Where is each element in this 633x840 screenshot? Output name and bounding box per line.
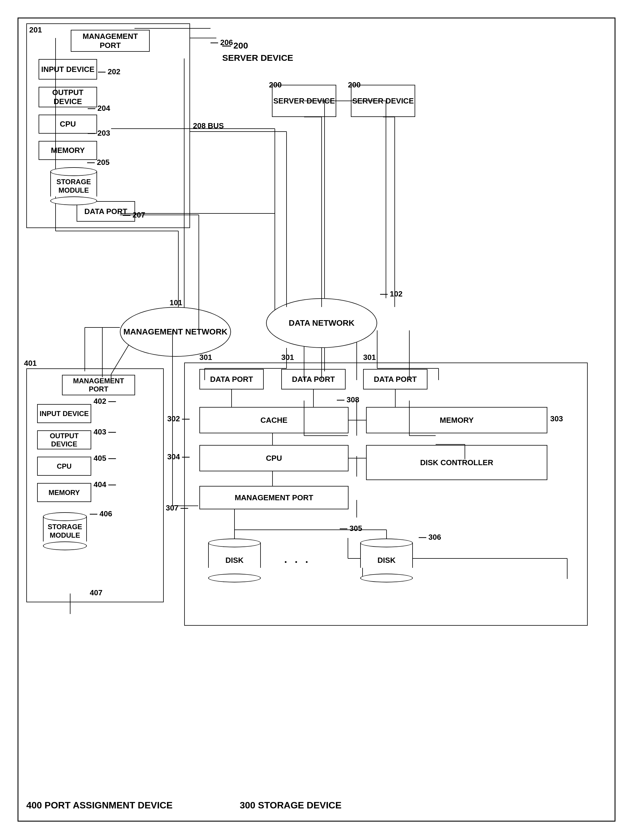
- storage-bottom-label-text: 300 STORAGE DEVICE: [240, 800, 341, 810]
- ref-301-1: 301: [199, 353, 212, 362]
- ref-200-small-1: 200: [269, 81, 281, 90]
- cylinder-top-disk2: [360, 538, 413, 547]
- ref-401: 401: [24, 359, 36, 368]
- server-device-200-text: SERVER DEVICE: [222, 53, 293, 63]
- diagram-container: 201 MANAGEMENT PORT INPUT DEVICE OUTPUT …: [12, 12, 621, 828]
- ref-201: 201: [29, 25, 42, 35]
- data-network-oval: DATA NETWORK: [266, 298, 377, 348]
- cylinder-bottom-pad: [43, 542, 87, 550]
- ref-306: — 306: [419, 533, 441, 542]
- pad-storage-label: STORAGE MODULE: [48, 523, 82, 540]
- data-network-label: DATA NETWORK: [289, 318, 355, 328]
- pad-output-device: OUTPUT DEVICE: [37, 430, 91, 449]
- cache-box: CACHE: [199, 407, 349, 433]
- input-device-box: INPUT DEVICE: [39, 59, 97, 79]
- port-assign-bottom-label-text: 400 PORT ASSIGNMENT DEVICE: [26, 800, 172, 810]
- ref-403: 403 —: [93, 428, 116, 437]
- ref-204: — 204: [88, 104, 110, 113]
- pad-memory: MEMORY: [37, 483, 91, 502]
- ref-407: 407: [90, 588, 102, 597]
- management-network-label: MANAGEMENT NETWORK: [123, 327, 227, 336]
- server-device-small-1: SERVER DEVICE: [272, 85, 336, 117]
- ref-305: — 305: [340, 524, 362, 533]
- cylinder-bottom-disk2: [360, 574, 413, 583]
- server-device-small-1-label: SERVER DEVICE: [273, 96, 335, 106]
- ref-404: 404 —: [93, 480, 116, 489]
- management-port-box: MANAGEMENT PORT: [71, 30, 150, 52]
- bus-label: 208 BUS: [193, 122, 224, 130]
- pad-output-device-label: OUTPUT DEVICE: [38, 432, 91, 448]
- ref-202: — 202: [98, 67, 120, 76]
- ref-405: 405 —: [93, 454, 116, 463]
- storage-management-port-label: MANAGEMENT PORT: [235, 493, 313, 502]
- storage-memory-box: MEMORY: [366, 407, 547, 433]
- output-device-label: OUTPUT DEVICE: [39, 88, 96, 106]
- port-assign-device: 401 MANAGEMENT PORT INPUT DEVICE 402 — O…: [26, 368, 164, 602]
- ref-207: — 207: [123, 210, 145, 219]
- cylinder-top-pad: [43, 512, 87, 521]
- management-port-label: MANAGEMENT PORT: [71, 32, 149, 50]
- memory-box-main: MEMORY: [39, 141, 97, 160]
- server-device-small-2-label: SERVER DEVICE: [352, 96, 414, 106]
- storage-cpu-label: CPU: [266, 454, 282, 463]
- ref-203: — 203: [88, 129, 110, 138]
- pad-input-device: INPUT DEVICE: [37, 404, 91, 423]
- storage-data-port-1: DATA PORT: [199, 369, 264, 390]
- pad-management-port: MANAGEMENT PORT: [62, 375, 135, 395]
- cylinder-top-main: [50, 167, 97, 176]
- ref-200-main: — 200: [222, 41, 248, 50]
- storage-data-port-1-label: DATA PORT: [210, 375, 253, 384]
- storage-cpu-box: CPU: [199, 445, 349, 471]
- dots-label: · · ·: [284, 556, 311, 568]
- disk-2-label: DISK: [377, 556, 396, 565]
- server-device-200-label: — 200 SERVER DEVICE: [222, 39, 293, 64]
- pad-input-device-label: INPUT DEVICE: [39, 410, 88, 418]
- storage-device: DATA PORT DATA PORT DATA PORT 301 301 30…: [184, 363, 588, 626]
- server-device-main: 201 MANAGEMENT PORT INPUT DEVICE OUTPUT …: [26, 24, 190, 228]
- cpu-label-main: CPU: [60, 120, 76, 129]
- cache-label: CACHE: [260, 416, 287, 425]
- ref-205: — 205: [87, 158, 110, 167]
- ref-102: — 102: [380, 289, 403, 298]
- memory-label-main: MEMORY: [51, 146, 85, 155]
- ref-307: 307 —: [166, 504, 188, 513]
- cylinder-bottom-main: [50, 196, 97, 205]
- data-port-label-main: DATA PORT: [85, 207, 128, 216]
- ref-200-small-2: 200: [348, 81, 360, 90]
- storage-data-port-3-label: DATA PORT: [374, 375, 417, 384]
- ref-301-2: 301: [281, 353, 294, 362]
- cylinder-top-disk1: [208, 538, 261, 547]
- ref-304: 304 —: [167, 452, 190, 461]
- ref-301-3: 301: [363, 353, 376, 362]
- pad-memory-label: MEMORY: [49, 489, 80, 497]
- pad-storage: STORAGE MODULE: [43, 512, 87, 550]
- storage-memory-label: MEMORY: [440, 416, 474, 425]
- pad-cpu: CPU: [37, 457, 91, 476]
- storage-data-port-2-label: DATA PORT: [292, 375, 335, 384]
- storage-data-port-2: DATA PORT: [281, 369, 346, 390]
- storage-module-label-main: STORAGE MODULE: [57, 178, 91, 195]
- disk-2: DISK: [360, 538, 413, 583]
- input-device-label: INPUT DEVICE: [41, 65, 95, 74]
- server-device-small-2: SERVER DEVICE: [351, 85, 415, 117]
- disk-1: DISK: [208, 538, 261, 583]
- ref-402: 402 —: [93, 397, 116, 406]
- ref-101: 101: [170, 298, 182, 307]
- ref-406: — 406: [90, 509, 112, 518]
- storage-bottom-label: 300 STORAGE DEVICE: [240, 800, 341, 811]
- disk-controller-box: DISK CONTROLLER: [366, 445, 547, 480]
- ref-302: 302 —: [167, 414, 190, 423]
- disk-controller-label: DISK CONTROLLER: [420, 458, 493, 467]
- ref-308: — 308: [337, 395, 359, 404]
- port-assign-bottom-label: 400 PORT ASSIGNMENT DEVICE: [26, 800, 172, 811]
- management-network-oval: MANAGEMENT NETWORK: [120, 307, 231, 357]
- disk-1-label: DISK: [226, 556, 243, 565]
- pad-cpu-label: CPU: [57, 462, 72, 471]
- ref-303: 303: [550, 414, 563, 423]
- cylinder-bottom-disk1: [208, 574, 261, 583]
- storage-management-port: MANAGEMENT PORT: [199, 486, 349, 509]
- pad-management-port-label: MANAGEMENT PORT: [63, 377, 134, 393]
- storage-data-port-3: DATA PORT: [363, 369, 428, 390]
- storage-module-main: STORAGE MODULE: [50, 167, 97, 205]
